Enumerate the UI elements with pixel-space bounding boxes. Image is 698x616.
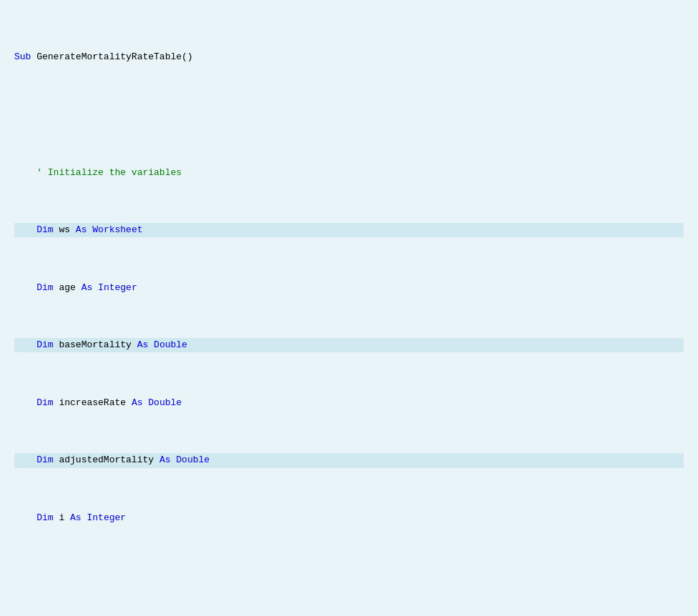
line-dim-increaserate: Dim increaseRate As Double: [14, 396, 684, 410]
line-dim-adjustedmortality: Dim adjustedMortality As Double: [14, 453, 684, 467]
line-dim-i: Dim i As Integer: [14, 511, 684, 525]
line-blank-1: [14, 108, 684, 122]
code-block: Sub GenerateMortalityRateTable() ' Initi…: [14, 7, 684, 616]
line-blank-2: [14, 568, 684, 582]
line-dim-ws: Dim ws As Worksheet: [14, 223, 684, 237]
code-container: Sub GenerateMortalityRateTable() ' Initi…: [0, 0, 698, 616]
line-comment-1: ' Initialize the variables: [14, 166, 684, 180]
line-dim-basemortality: Dim baseMortality As Double: [14, 338, 684, 352]
line-dim-age: Dim age As Integer: [14, 281, 684, 295]
line-1: Sub GenerateMortalityRateTable(): [14, 50, 684, 64]
